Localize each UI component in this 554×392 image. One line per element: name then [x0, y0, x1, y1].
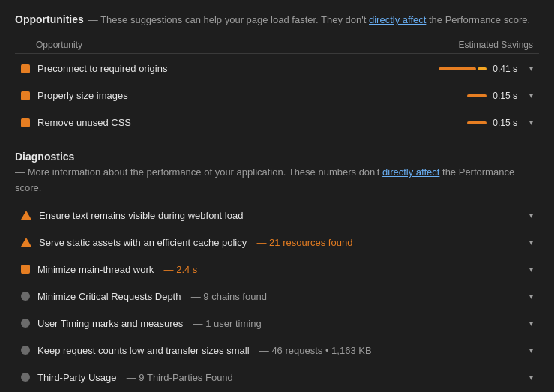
opportunities-header: Opportunities — These suggestions can he…	[15, 12, 539, 28]
diagnostic-label: User Timing marks and measures — 1 user …	[37, 318, 523, 329]
diagnostics-title: Diagnostics	[15, 148, 74, 165]
savings-cell: 0.15 s ▾	[443, 91, 533, 101]
bar-secondary	[478, 67, 487, 70]
savings-cell: 0.15 s ▾	[443, 118, 533, 128]
diagnostic-label: Keep request counts low and transfer siz…	[37, 345, 523, 356]
square-orange-icon	[21, 64, 30, 73]
circle-gray-icon	[21, 346, 30, 355]
triangle-orange-icon	[21, 211, 31, 220]
triangle-orange-icon	[21, 238, 31, 247]
diagnostic-sub-info: — 1 user timing	[190, 318, 262, 329]
chevron-down-icon: ▾	[529, 292, 533, 301]
diagnostic-sub-info: — 46 requests • 1,163 KB	[256, 345, 371, 356]
diagnostics-desc: — More information about the performance…	[15, 165, 539, 196]
diagnostic-row-timing[interactable]: User Timing marks and measures — 1 user …	[15, 310, 539, 337]
diagnostic-sub-info: — 2.4 s	[161, 264, 197, 275]
square-orange-icon	[21, 91, 30, 100]
opportunities-desc: — These suggestions can help your page l…	[88, 13, 530, 28]
diagnostic-sub-info: — 9 chains found	[188, 291, 267, 302]
chevron-down-icon: ▾	[529, 319, 533, 328]
diagnostic-label: Third-Party Usage — 9 Third-Parties Foun…	[37, 372, 523, 383]
table-header: Opportunity Estimated Savings	[15, 37, 539, 54]
col-savings: Estimated Savings	[459, 40, 533, 50]
savings-bar	[467, 121, 487, 124]
opportunities-link[interactable]: directly affect	[369, 14, 426, 25]
opportunity-label: Properly size images	[37, 90, 443, 101]
chevron-down-icon: ▾	[529, 211, 533, 220]
col-opportunity: Opportunity	[36, 40, 82, 50]
savings-cell: 0.41 s ▾	[439, 64, 533, 74]
bar-primary	[439, 67, 476, 70]
circle-gray-icon	[21, 373, 30, 382]
diagnostic-row-third-party[interactable]: Third-Party Usage — 9 Third-Parties Foun…	[15, 364, 539, 391]
savings-bar	[467, 94, 487, 97]
diagnostics-link[interactable]: directly affect	[382, 166, 439, 178]
opportunity-row-images[interactable]: Properly size images 0.15 s ▾	[15, 82, 539, 109]
square-orange-icon	[21, 265, 30, 274]
chevron-down-icon: ▾	[529, 64, 533, 73]
bar-primary	[467, 94, 487, 97]
diagnostic-label: Minimize Critical Requests Depth — 9 cha…	[37, 291, 523, 302]
bar-primary	[467, 121, 487, 124]
diagnostic-label: Ensure text remains visible during webfo…	[39, 210, 523, 221]
opportunity-row-css[interactable]: Remove unused CSS 0.15 s ▾	[15, 109, 539, 136]
chevron-down-icon: ▾	[529, 238, 533, 247]
circle-gray-icon	[21, 292, 30, 301]
circle-gray-icon	[21, 319, 30, 328]
chevron-down-icon: ▾	[529, 118, 533, 127]
opportunity-label: Preconnect to required origins	[37, 63, 439, 74]
diagnostic-sub-info: — 9 Third-Parties Found	[124, 372, 233, 383]
diagnostic-label: Minimize main-thread work — 2.4 s	[37, 264, 523, 275]
savings-value: 0.41 s	[493, 64, 517, 74]
chevron-down-icon: ▾	[529, 346, 533, 355]
opportunity-label: Remove unused CSS	[37, 117, 443, 128]
diagnostic-row-cache[interactable]: Serve static assets with an efficient ca…	[15, 229, 539, 256]
chevron-down-icon: ▾	[529, 265, 533, 274]
diagnostic-row-webfont[interactable]: Ensure text remains visible during webfo…	[15, 202, 539, 229]
savings-bar	[439, 67, 487, 70]
diagnostic-row-main-thread[interactable]: Minimize main-thread work — 2.4 s ▾	[15, 256, 539, 283]
diagnostic-row-requests[interactable]: Keep request counts low and transfer siz…	[15, 337, 539, 364]
diagnostics-header: Diagnostics — More information about the…	[15, 148, 539, 196]
diagnostic-sub-info: — 21 resources found	[254, 237, 353, 248]
opportunities-title: Opportunities	[15, 12, 84, 28]
opportunity-row-preconnect[interactable]: Preconnect to required origins 0.41 s ▾	[15, 55, 539, 82]
square-orange-icon	[21, 118, 30, 127]
savings-value: 0.15 s	[493, 118, 517, 128]
diagnostics-section: Diagnostics — More information about the…	[15, 148, 539, 391]
diagnostic-label: Serve static assets with an efficient ca…	[39, 237, 523, 248]
diagnostic-row-critical[interactable]: Minimize Critical Requests Depth — 9 cha…	[15, 283, 539, 310]
chevron-down-icon: ▾	[529, 373, 533, 382]
chevron-down-icon: ▾	[529, 91, 533, 100]
savings-value: 0.15 s	[493, 91, 517, 101]
